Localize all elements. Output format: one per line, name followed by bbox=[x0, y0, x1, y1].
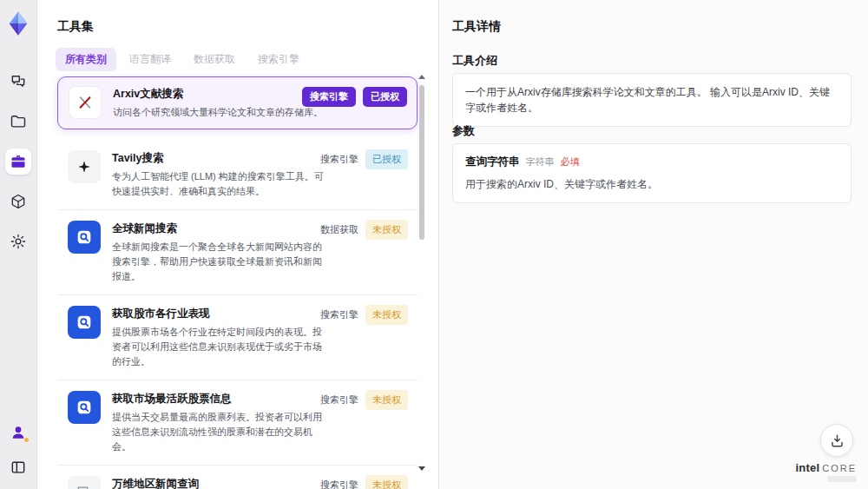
intel-sub-badge bbox=[827, 476, 857, 482]
download-icon bbox=[829, 433, 845, 449]
tool-name: 获取市场最活跃股票信息 bbox=[112, 392, 327, 406]
user-status-dot bbox=[24, 438, 29, 442]
tool-description: 提供股票市场各个行业在特定时间段内的表现。投资者可以利用这些信息来识别表现优于或… bbox=[112, 325, 327, 369]
tool-name: 万维地区新闻查询 bbox=[112, 477, 327, 489]
tool-card-most-active-stocks[interactable]: 获取市场最活跃股票信息 提供当天交易量最高的股票列表。投资者可以利用这些信息来识… bbox=[57, 380, 418, 466]
list-scrollbar[interactable] bbox=[418, 75, 425, 476]
auth-badge: 未授权 bbox=[365, 305, 408, 325]
tool-name: 全球新闻搜索 bbox=[112, 221, 327, 236]
param-header: 查询字符串 字符串 必填 bbox=[465, 155, 838, 169]
tool-badges: 搜索引擎 已授权 bbox=[302, 87, 407, 107]
tool-description: 访问各个研究领域大量科学论文和文章的存储库。 bbox=[113, 105, 328, 120]
tool-description: 专为人工智能代理 (LLM) 构建的搜索引擎工具。可快速提供实时、准确和真实的结… bbox=[112, 169, 327, 199]
folder-icon[interactable] bbox=[5, 109, 31, 135]
scroll-up-arrow-icon[interactable] bbox=[418, 75, 425, 79]
category-badge: 搜索引擎 bbox=[320, 475, 358, 489]
magnifier-app-icon bbox=[68, 306, 101, 339]
tool-card-list: Arxiv文献搜索 访问各个研究领域大量科学论文和文章的存储库。 搜索引擎 已授… bbox=[57, 76, 418, 489]
tab-data-fetch[interactable]: 数据获取 bbox=[184, 48, 245, 71]
auth-badge: 已授权 bbox=[365, 149, 408, 169]
arxiv-logo-icon bbox=[69, 86, 102, 119]
category-badge: 搜索引擎 bbox=[320, 305, 358, 325]
tool-meta: Tavily搜索 专为人工智能代理 (LLM) 构建的搜索引擎工具。可快速提供实… bbox=[112, 150, 327, 199]
user-icon[interactable] bbox=[5, 420, 31, 446]
category-tabs: 所有类别 语言翻译 数据获取 搜索引擎 bbox=[56, 48, 309, 71]
intel-core-logo: intel core bbox=[795, 462, 857, 482]
tool-name: Tavily搜索 bbox=[112, 151, 327, 166]
tool-card-sector-performance[interactable]: 获取股市各行业表现 提供股票市场各个行业在特定时间段内的表现。投资者可以利用这些… bbox=[57, 295, 418, 380]
app-window: 工具集 所有类别 语言翻译 数据获取 搜索引擎 Arxiv文献搜索 访问各个研究… bbox=[0, 0, 868, 489]
chat-icon[interactable] bbox=[5, 69, 31, 95]
left-rail bbox=[0, 0, 37, 489]
app-logo-gem-icon[interactable] bbox=[4, 8, 32, 39]
intro-box: 一个用于从Arxiv存储库搜索科学论文和文章的工具。 输入可以是Arxiv ID… bbox=[452, 73, 852, 127]
param-type: 字符串 bbox=[526, 155, 555, 169]
tool-meta: Arxiv文献搜索 访问各个研究领域大量科学论文和文章的存储库。 bbox=[113, 86, 328, 120]
intel-brand-text: intel bbox=[795, 462, 819, 473]
panel-toggle-icon[interactable] bbox=[5, 454, 31, 480]
core-brand-text: core bbox=[822, 463, 857, 474]
rail-bottom bbox=[5, 420, 31, 480]
tab-search-engine[interactable]: 搜索引擎 bbox=[248, 48, 309, 71]
auth-badge: 未授权 bbox=[365, 475, 408, 489]
rail-nav bbox=[5, 69, 31, 254]
tool-badges: 搜索引擎 未授权 bbox=[320, 475, 408, 489]
tool-meta: 获取股市各行业表现 提供股票市场各个行业在特定时间段内的表现。投资者可以利用这些… bbox=[112, 306, 327, 369]
intro-heading: 工具介绍 bbox=[452, 53, 497, 69]
tool-meta: 获取市场最活跃股票信息 提供当天交易量最高的股票列表。投资者可以利用这些信息来识… bbox=[112, 391, 327, 454]
category-badge: 搜索引擎 bbox=[320, 390, 358, 410]
cube-icon[interactable] bbox=[5, 188, 31, 215]
param-name: 查询字符串 bbox=[465, 155, 520, 169]
tool-description: 全球新闻搜索是一个聚合全球各大新闻网站内容的搜索引擎，帮助用户快速获取全球最新资… bbox=[112, 240, 327, 284]
auth-badge: 未授权 bbox=[365, 220, 408, 240]
category-badge: 搜索引擎 bbox=[320, 149, 358, 169]
tool-card-tavily[interactable]: Tavily搜索 专为人工智能代理 (LLM) 构建的搜索引擎工具。可快速提供实… bbox=[57, 140, 418, 210]
auth-badge: 已授权 bbox=[363, 87, 407, 107]
params-heading: 参数 bbox=[452, 123, 475, 139]
tool-card-regional-news[interactable]: 万维地区新闻查询 查询具体行政区划内的新闻，快速了解各地新闻动 搜索引擎 未授权 bbox=[57, 466, 418, 489]
magnifier-app-icon bbox=[68, 391, 101, 424]
tool-name: 获取股市各行业表现 bbox=[112, 307, 327, 321]
category-badge: 数据获取 bbox=[320, 220, 358, 240]
tool-meta: 万维地区新闻查询 查询具体行政区划内的新闻，快速了解各地新闻动 bbox=[112, 476, 327, 489]
briefcase-icon[interactable] bbox=[5, 149, 31, 175]
param-description: 用于搜索的Arxiv ID、关键字或作者姓名。 bbox=[465, 177, 838, 192]
tool-badges: 搜索引擎 未授权 bbox=[320, 390, 408, 410]
star-icon bbox=[68, 150, 101, 183]
param-required-badge: 必填 bbox=[561, 155, 580, 169]
detail-title: 工具详情 bbox=[452, 19, 501, 35]
tool-detail-panel: 工具详情 工具介绍 一个用于从Arxiv存储库搜索科学论文和文章的工具。 输入可… bbox=[439, 0, 868, 489]
tool-card-arxiv[interactable]: Arxiv文献搜索 访问各个研究领域大量科学论文和文章的存储库。 搜索引擎 已授… bbox=[57, 76, 418, 129]
tool-card-global-news[interactable]: 全球新闻搜索 全球新闻搜索是一个聚合全球各大新闻网站内容的搜索引擎，帮助用户快速… bbox=[57, 210, 418, 295]
tool-description: 提供当天交易量最高的股票列表。投资者可以利用这些信息来识别流动性强的股票和潜在的… bbox=[112, 410, 327, 454]
tool-badges: 搜索引擎 已授权 bbox=[320, 149, 408, 169]
category-badge: 搜索引擎 bbox=[302, 87, 356, 107]
tab-all-categories[interactable]: 所有类别 bbox=[56, 48, 116, 71]
tab-language-translation[interactable]: 语言翻译 bbox=[120, 48, 181, 71]
download-button[interactable] bbox=[820, 424, 853, 457]
newspaper-icon bbox=[68, 476, 101, 489]
gear-icon[interactable] bbox=[5, 228, 31, 254]
tool-meta: 全球新闻搜索 全球新闻搜索是一个聚合全球各大新闻网站内容的搜索引擎，帮助用户快速… bbox=[112, 221, 327, 284]
param-box: 查询字符串 字符串 必填 用于搜索的Arxiv ID、关键字或作者姓名。 bbox=[452, 143, 852, 203]
tool-badges: 数据获取 未授权 bbox=[320, 220, 408, 240]
auth-badge: 未授权 bbox=[365, 390, 408, 410]
tool-name: Arxiv文献搜索 bbox=[113, 87, 328, 102]
magnifier-app-icon bbox=[68, 221, 101, 254]
page-title: 工具集 bbox=[57, 19, 94, 35]
scrollbar-thumb[interactable] bbox=[419, 85, 424, 240]
tool-badges: 搜索引擎 未授权 bbox=[320, 305, 408, 325]
scroll-down-arrow-icon[interactable] bbox=[418, 466, 425, 471]
tool-list-panel: 工具集 所有类别 语言翻译 数据获取 搜索引擎 Arxiv文献搜索 访问各个研究… bbox=[38, 0, 437, 489]
